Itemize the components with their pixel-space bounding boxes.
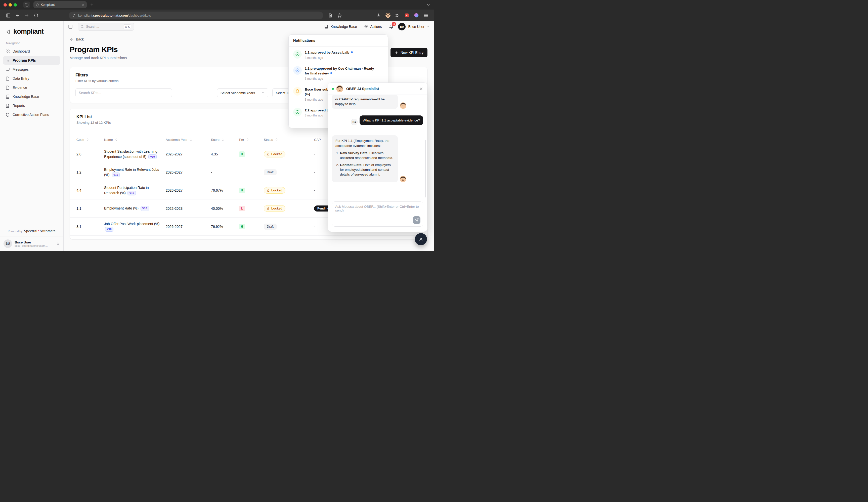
url-text: kompliant.spectralautomata.com/dashboard… [78,13,151,17]
sidebar-user-menu[interactable]: BU Bsce User bsce_coordinator@exam... [0,236,63,251]
chat-input[interactable] [332,202,423,226]
global-search[interactable]: Search... ⌘ K [78,23,134,31]
forward-button[interactable] [24,13,29,18]
profile-avatar-icon[interactable] [385,13,391,18]
header-user-avatar[interactable]: BU [398,23,406,30]
app-logo[interactable]: kompliant [0,21,63,37]
back-button[interactable] [15,13,20,18]
sidebar-item-evidence[interactable]: Evidence [3,83,60,92]
browser-tab[interactable]: Kompliant [33,1,87,8]
shield-icon [6,113,10,117]
new-kpi-entry-button[interactable]: New KPI Entry [391,48,427,57]
tier-badge: H [239,151,245,157]
sidebar-item-knowledge-base[interactable]: Knowledge Base [3,92,60,101]
site-settings-icon[interactable] [72,13,76,17]
tab-overview-button[interactable] [23,1,30,8]
url-domain: spectralautomata.com [93,13,128,17]
chat-panel: OBEF AI Specialist or CAP/CIP requiremen… [328,82,427,232]
actions-button[interactable]: Actions [361,23,385,30]
tier-badge: H [239,224,245,229]
sidebar: kompliant Navigation DashboardProgram KP… [0,21,64,251]
chevron-down-icon[interactable] [426,25,430,28]
notifications-bell-button[interactable]: 4 [387,22,395,31]
toggle-browser-sidebar-button[interactable] [6,13,11,18]
sidebar-item-corrective-action-plans[interactable]: Corrective Action Plans [3,110,60,119]
kpi-score: 4.35 [211,152,239,156]
notification-item[interactable]: 1.1 approved by Assya Laib3 months ago [289,47,388,63]
send-button[interactable] [413,216,421,224]
bookmark-star-button[interactable] [337,13,342,18]
tab-list-chevron-icon[interactable] [426,3,431,7]
downloads-button[interactable] [376,13,381,18]
kpi-score: - [211,170,239,174]
column-header-code[interactable]: Code [76,138,104,142]
column-header-score[interactable]: Score [211,138,239,142]
chat-input-container [332,202,423,227]
chat-toggle-button[interactable] [415,233,427,245]
chat-close-button[interactable] [419,86,423,91]
search-placeholder: Search... [86,25,99,28]
chart-icon [6,58,10,63]
sidebar-item-dashboard[interactable]: Dashboard [3,47,60,55]
column-header-status[interactable]: Status [264,138,314,142]
online-status-dot [332,88,334,90]
reader-mode-button[interactable] [328,13,333,18]
kpi-name: Student Satisfaction with Learning Exper… [104,149,166,159]
version-badge: V10 [112,173,120,177]
status-badge: Draft [264,169,277,175]
extensions-puzzle-button[interactable] [395,13,400,18]
sort-icon [189,138,193,141]
notification-item[interactable]: 1.1 pre-approved by Cee Chairman - Ready… [289,63,388,83]
close-icon [418,237,423,242]
url-path: /dashboard/kpis [128,13,151,17]
sidebar-item-messages[interactable]: Messages [3,65,60,74]
tier-badge: L [239,206,245,211]
academic-years-select[interactable]: Select Academic Years [217,88,268,97]
sidebar-item-data-entry[interactable]: Data Entry [3,74,60,83]
sidebar-item-reports[interactable]: Reports [3,101,60,110]
notifications-title: Notifications [289,35,388,47]
kpi-academic-year: 2026-2027 [166,152,211,156]
url-prefix: kompliant. [78,13,93,17]
kpi-name: Student Participation Rate in Research (… [104,185,166,195]
address-bar[interactable]: kompliant.spectralautomata.com/dashboard… [69,12,323,19]
minimize-window-button[interactable] [9,3,12,7]
knowledge-base-button[interactable]: Knowledge Base [321,23,360,30]
lock-icon [267,189,270,192]
screen: Kompliant kompliant.spectralautomata.com… [0,0,434,251]
kpi-code: 3.1 [76,225,104,229]
sort-icon [115,138,118,141]
sort-icon [246,138,249,141]
reload-button[interactable] [34,13,39,18]
file-icon [6,85,10,90]
extension-color-icon[interactable] [414,13,419,18]
powered-by: Powered by Spectral•Automata [0,227,63,236]
notification-text: 1.1 approved by Assya Laib [305,50,353,55]
collapse-sidebar-button[interactable] [68,24,73,29]
column-header-name[interactable]: Name [104,138,166,142]
search-shortcut-badge: ⌘ K [123,24,131,29]
adblock-extension-icon[interactable] [404,13,409,18]
tab-close-icon[interactable] [82,3,84,6]
chat-user-avatar: Bs [351,119,358,125]
tab-favicon-icon [36,3,39,7]
chat-icon [6,68,10,72]
chat-scrollbar[interactable] [425,140,426,197]
zoom-window-button[interactable] [13,3,17,7]
check-circle-icon [293,66,302,75]
assistant-avatar-icon [336,85,343,92]
back-link[interactable]: Back [70,37,84,41]
layers-icon [364,25,368,29]
header-user-name[interactable]: Bsce User [408,25,424,29]
column-header-academic-year[interactable]: Academic Year [166,138,211,142]
close-window-button[interactable] [3,3,7,7]
column-header-tier[interactable]: Tier [239,138,264,142]
status-badge: Draft [264,224,277,229]
chat-title: OBEF AI Specialist [346,87,379,91]
status-badge: Locked [264,151,286,157]
browser-menu-button[interactable] [423,13,428,18]
kpi-search-input[interactable] [75,88,172,97]
new-tab-button[interactable] [90,3,94,7]
notification-time: 3 months ago [305,77,377,81]
sidebar-item-program-kpis[interactable]: Program KPIs [3,56,60,65]
